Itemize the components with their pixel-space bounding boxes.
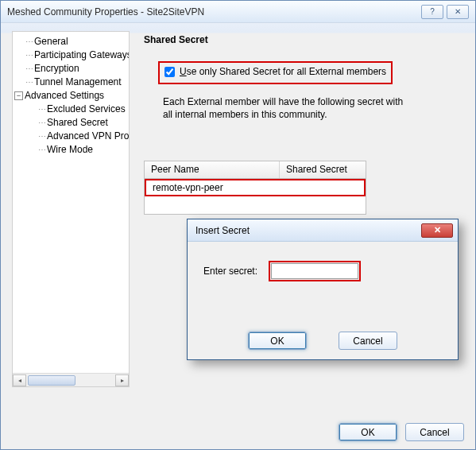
dialog-footer: OK Cancel bbox=[188, 332, 458, 350]
dialog-close-icon[interactable]: ✕ bbox=[421, 223, 453, 238]
tree-item-general[interactable]: ⋯General bbox=[14, 35, 127, 48]
ok-button[interactable]: OK bbox=[339, 423, 397, 441]
window-title: Meshed Community Properties - Site2SiteV… bbox=[7, 6, 418, 17]
col-shared-secret[interactable]: Shared Secret bbox=[280, 161, 366, 178]
highlight-box-checkbox: Use only Shared Secret for all External … bbox=[158, 61, 393, 84]
insert-secret-dialog: Insert Secret ✕ Enter secret: OK Cancel bbox=[187, 219, 459, 360]
dialog-ok-button[interactable]: OK bbox=[248, 332, 307, 350]
horizontal-scrollbar[interactable]: ◂ ▸ bbox=[13, 373, 129, 386]
highlight-box-input bbox=[269, 261, 361, 281]
secret-input[interactable] bbox=[271, 263, 358, 279]
collapse-icon[interactable]: − bbox=[14, 91, 23, 100]
close-icon[interactable]: ✕ bbox=[447, 5, 469, 19]
cell-peer-name: remote-vpn-peer bbox=[146, 182, 281, 193]
cancel-button[interactable]: Cancel bbox=[405, 423, 464, 441]
main-window: Meshed Community Properties - Site2SiteV… bbox=[0, 0, 476, 450]
tree-item-excluded[interactable]: ⋯Excluded Services bbox=[14, 103, 127, 116]
peers-table[interactable]: Peer Name Shared Secret remote-vpn-peer bbox=[144, 161, 366, 215]
table-row-empty bbox=[145, 196, 366, 214]
scroll-thumb[interactable] bbox=[28, 375, 75, 386]
use-shared-secret-input[interactable] bbox=[164, 67, 175, 77]
col-peer-name[interactable]: Peer Name bbox=[145, 161, 280, 178]
dialog-titlebar: Insert Secret ✕ bbox=[188, 219, 458, 242]
tree-item-gateways[interactable]: ⋯Participating Gateways bbox=[14, 48, 127, 62]
checkbox-label: Use only Shared Secret for all External … bbox=[180, 66, 386, 77]
use-shared-secret-checkbox[interactable]: Use only Shared Secret for all External … bbox=[164, 66, 386, 77]
page-title: Shared Secret bbox=[144, 34, 464, 45]
nav-tree[interactable]: ⋯General ⋯Participating Gateways ⋯Encryp… bbox=[12, 31, 130, 387]
description-text: Each External member will have the follo… bbox=[163, 95, 409, 121]
help-icon[interactable]: ? bbox=[421, 5, 443, 19]
dialog-cancel-button[interactable]: Cancel bbox=[339, 332, 397, 350]
tree-item-shared-secret[interactable]: ⋯Shared Secret bbox=[14, 116, 127, 130]
tree-item-wire-mode[interactable]: ⋯Wire Mode bbox=[14, 143, 127, 157]
tree-item-tunnel[interactable]: ⋯Tunnel Management bbox=[14, 76, 127, 89]
dialog-title: Insert Secret bbox=[195, 225, 421, 236]
tree-item-advanced[interactable]: −Advanced Settings bbox=[14, 89, 127, 103]
scroll-left-icon[interactable]: ◂ bbox=[13, 374, 26, 386]
table-header: Peer Name Shared Secret bbox=[145, 161, 366, 179]
scroll-right-icon[interactable]: ▸ bbox=[115, 374, 129, 386]
titlebar: Meshed Community Properties - Site2SiteV… bbox=[1, 1, 475, 23]
tree-item-encryption[interactable]: ⋯Encryption bbox=[14, 62, 127, 76]
main-footer: OK Cancel bbox=[339, 423, 464, 441]
tree-item-advanced-vpn[interactable]: ⋯Advanced VPN Pro bbox=[14, 130, 127, 143]
enter-secret-label: Enter secret: bbox=[203, 266, 257, 277]
table-row[interactable]: remote-vpn-peer bbox=[145, 179, 366, 196]
